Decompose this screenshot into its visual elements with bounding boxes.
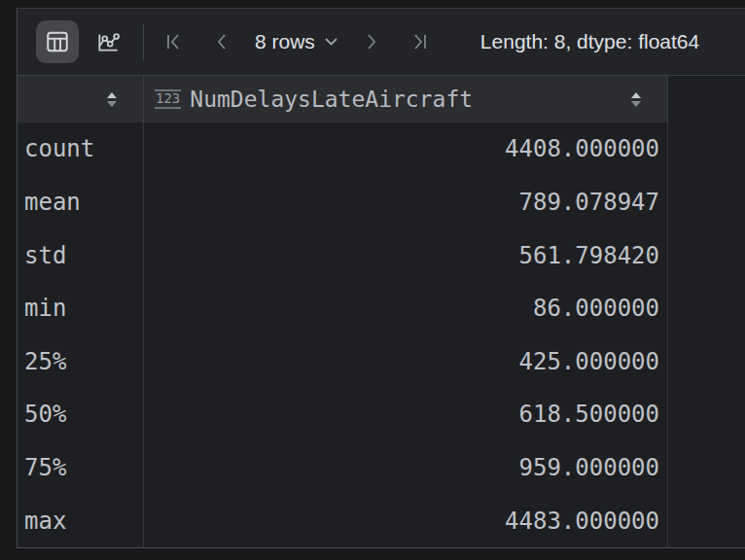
- toolbar: 8 rows: [18, 9, 745, 76]
- row-filler: [668, 122, 745, 176]
- row-value-cell[interactable]: 86.000000: [144, 282, 668, 335]
- row-filler: [668, 282, 745, 335]
- data-viewer-panel: 8 rows: [0, 0, 745, 560]
- table-row: 50% 618.500000: [18, 388, 745, 441]
- table-row: count 4408.000000: [18, 122, 745, 176]
- row-filler: [668, 335, 745, 389]
- first-page-button[interactable]: [158, 25, 191, 58]
- chart-view-button[interactable]: [87, 20, 129, 63]
- numeric-type-icon: 123: [155, 89, 181, 108]
- row-label-cell[interactable]: 50%: [18, 388, 144, 441]
- rows-count-label: 8 rows: [255, 30, 315, 53]
- next-page-button[interactable]: [354, 25, 387, 58]
- last-page-button[interactable]: [403, 25, 436, 58]
- table-view-icon: [45, 29, 70, 54]
- value-column-header[interactable]: 123 NumDelaysLateAircraft: [144, 76, 668, 122]
- row-value-cell[interactable]: 618.500000: [144, 388, 668, 441]
- header-filler: [668, 76, 745, 122]
- row-filler: [668, 228, 745, 282]
- rows-per-page-dropdown[interactable]: 8 rows: [255, 30, 338, 53]
- row-filler: [668, 494, 745, 547]
- table-body: count 4408.000000 mean 789.078947 std 56…: [18, 122, 745, 547]
- dtype-summary-label: Length: 8, dtype: float64: [480, 30, 699, 53]
- previous-page-button[interactable]: [206, 25, 239, 58]
- table-row: 75% 959.000000: [18, 441, 745, 495]
- row-value-cell[interactable]: 4408.000000: [144, 122, 668, 176]
- chart-view-icon: [95, 29, 121, 54]
- row-filler: [668, 441, 745, 495]
- sort-arrows-icon[interactable]: [630, 91, 642, 108]
- dataframe-widget: 8 rows: [17, 8, 745, 548]
- row-filler: [668, 388, 745, 441]
- row-label-cell[interactable]: count: [18, 122, 144, 176]
- row-label-cell[interactable]: 75%: [18, 441, 144, 495]
- sort-arrows-icon[interactable]: [106, 91, 118, 108]
- last-page-icon: [408, 30, 431, 53]
- row-label-cell[interactable]: min: [18, 282, 144, 335]
- row-value-cell[interactable]: 959.000000: [144, 441, 668, 495]
- row-value-cell[interactable]: 425.000000: [144, 335, 668, 389]
- table-row: mean 789.078947: [18, 176, 745, 229]
- row-label-cell[interactable]: std: [18, 228, 144, 282]
- row-value-cell[interactable]: 789.078947: [144, 176, 668, 229]
- row-label-cell[interactable]: 25%: [18, 335, 144, 389]
- column-name-label: NumDelaysLateAircraft: [190, 87, 473, 112]
- table-row: max 4483.000000: [18, 494, 745, 547]
- index-column-header[interactable]: [18, 76, 144, 122]
- row-value-cell[interactable]: 4483.000000: [144, 494, 668, 547]
- table-row: std 561.798420: [18, 228, 745, 282]
- next-page-icon: [359, 30, 382, 53]
- table-row: min 86.000000: [18, 282, 745, 335]
- previous-page-icon: [211, 30, 234, 53]
- first-page-icon: [162, 30, 186, 53]
- chevron-down-icon: [324, 37, 338, 47]
- row-label-cell[interactable]: max: [18, 494, 144, 547]
- table-view-button[interactable]: [36, 20, 79, 63]
- row-filler: [668, 176, 745, 229]
- row-label-cell[interactable]: mean: [18, 176, 144, 229]
- table-row: 25% 425.000000: [18, 335, 745, 389]
- table-header: 123 NumDelaysLateAircraft: [18, 76, 745, 122]
- toolbar-separator: [143, 23, 144, 60]
- row-value-cell[interactable]: 561.798420: [144, 228, 668, 282]
